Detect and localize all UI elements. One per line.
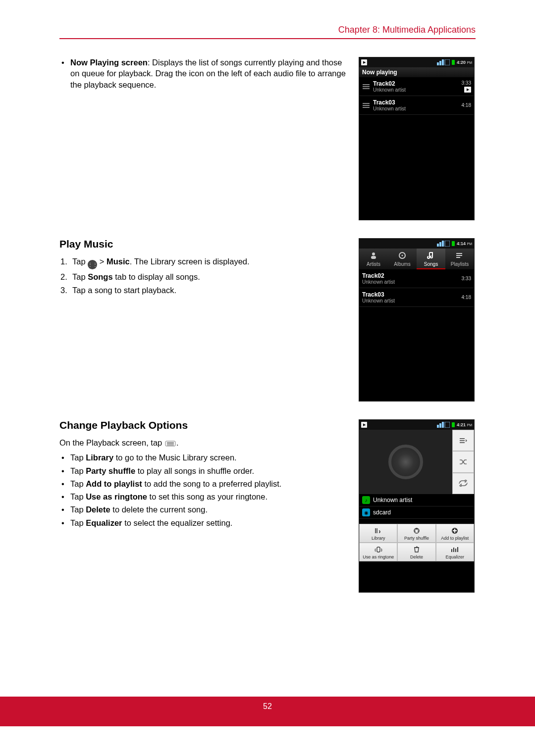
menu-equalizer[interactable]: Equalizer <box>436 543 474 561</box>
option-bullet: Tap Equalizer to select the equalizer se… <box>70 517 346 528</box>
svg-rect-0 <box>437 62 439 65</box>
svg-rect-21 <box>442 422 444 428</box>
tab-artists[interactable]: Artists <box>359 249 388 269</box>
album-art <box>359 430 452 494</box>
library-icon <box>373 526 384 535</box>
add-icon <box>449 526 460 535</box>
svg-rect-14 <box>456 257 460 258</box>
page-footer: 52 <box>0 697 535 726</box>
heading-play-music: Play Music <box>59 238 346 250</box>
status-bar: ▶ 4:20 PM <box>359 57 474 67</box>
svg-rect-30 <box>377 547 380 552</box>
screenshot-now-playing: ▶ 4:20 PM Now playing Track02 Unknown ar… <box>359 57 475 220</box>
tab-songs[interactable]: Songs <box>417 249 445 269</box>
svg-rect-5 <box>439 242 441 247</box>
clock-time: 4:21 PM <box>457 422 472 427</box>
artist-icon: ♪ <box>362 496 370 504</box>
option-bullet: Tap Delete to delete the current song. <box>70 504 346 515</box>
svg-rect-17 <box>167 444 174 445</box>
option-bullet: Tap Add to playlist to add the song to a… <box>70 478 346 489</box>
svg-rect-18 <box>167 445 174 446</box>
track-artist: Unknown artist <box>362 298 459 303</box>
menu-ringtone[interactable]: Use as ringtone <box>359 543 397 561</box>
tab-albums[interactable]: Albums <box>388 249 417 269</box>
artist-icon <box>368 251 379 260</box>
drag-handle-icon[interactable] <box>362 84 370 89</box>
svg-rect-29 <box>453 530 457 531</box>
menu-delete[interactable]: Delete <box>397 543 435 561</box>
menu-party-shuffle[interactable]: Party shuffle <box>397 524 435 543</box>
queue-button[interactable] <box>452 430 474 451</box>
artist-line[interactable]: ♪ Unknown artist <box>359 494 474 506</box>
track-row[interactable]: Track03 Unknown artist 4:18 <box>359 288 474 307</box>
repeat-button[interactable] <box>452 473 474 494</box>
menu-icon <box>164 440 176 447</box>
party-shuffle-icon <box>411 526 422 535</box>
svg-rect-16 <box>167 442 174 443</box>
track-duration: 3:33 <box>462 80 471 86</box>
bullet-label: Now Playing screen <box>70 58 148 67</box>
track-row[interactable]: Track03 Unknown artist 4:18 <box>359 96 474 115</box>
battery-icon <box>452 422 455 427</box>
svg-rect-34 <box>457 547 458 552</box>
menu-library[interactable]: Library <box>359 524 397 543</box>
track-artist: Unknown artist <box>373 106 459 111</box>
svg-rect-23 <box>460 438 465 439</box>
intro-line: On the Playback screen, tap . <box>59 437 346 448</box>
track-duration: 3:33 <box>462 276 471 281</box>
track-duration: 4:18 <box>462 102 471 108</box>
status-bar: 4:14 PM <box>359 239 474 249</box>
now-playing-bullet: Now Playing screen: Displays the list of… <box>70 57 346 90</box>
svg-point-11 <box>402 255 403 256</box>
svg-rect-31 <box>451 549 452 552</box>
step: Tap a song to start playback. <box>72 285 346 296</box>
chapter-header: Chapter 8: Multimedia Applications <box>59 25 476 39</box>
signal-icon <box>437 59 450 65</box>
track-title: Track03 <box>362 291 459 298</box>
options-menu: Library Party shuffle Add to playlist Us… <box>359 524 474 561</box>
step: Tap Songs tab to display all songs. <box>72 271 346 282</box>
now-playing-titlebar: Now playing <box>359 67 474 77</box>
now-playing-icon: ▶ <box>464 87 471 93</box>
svg-rect-33 <box>455 549 456 552</box>
svg-rect-4 <box>437 244 439 247</box>
svg-rect-20 <box>439 423 441 428</box>
svg-rect-13 <box>456 255 462 256</box>
menu-add-playlist[interactable]: Add to playlist <box>436 524 474 543</box>
screenshot-library: 4:14 PM Artists Albums Songs <box>359 238 475 402</box>
page-number: 52 <box>263 702 272 710</box>
track-row[interactable]: Track02 Unknown artist 3:33 ▶ <box>359 77 474 96</box>
album-line[interactable]: ◉ sdcard <box>359 506 474 519</box>
svg-rect-2 <box>442 59 444 65</box>
disc-icon: ◉ <box>362 508 370 516</box>
status-bar: ▶ 4:21 PM <box>359 420 474 430</box>
svg-rect-6 <box>442 241 444 247</box>
track-row[interactable]: Track02 Unknown artist 3:33 <box>359 269 474 288</box>
shuffle-button[interactable] <box>452 451 474 472</box>
signal-icon <box>437 241 450 247</box>
svg-rect-25 <box>460 442 465 443</box>
track-artist: Unknown artist <box>373 87 459 93</box>
apps-icon: ⋮⋮ <box>88 260 97 269</box>
svg-rect-32 <box>453 548 454 552</box>
heading-change-playback: Change Playback Options <box>59 419 346 431</box>
step: Tap ⋮⋮ > Music. The Library screen is di… <box>72 256 346 269</box>
track-artist: Unknown artist <box>362 279 459 285</box>
drag-handle-icon[interactable] <box>362 103 370 108</box>
play-indicator-icon: ▶ <box>361 422 367 428</box>
option-bullet: Tap Library to go to the Music Library s… <box>70 452 346 463</box>
svg-rect-19 <box>437 425 439 428</box>
battery-icon <box>452 241 455 246</box>
track-title: Track03 <box>373 99 459 106</box>
track-duration: 4:18 <box>462 295 471 300</box>
playlist-icon <box>454 251 465 260</box>
album-icon <box>397 251 408 260</box>
ringtone-icon <box>373 545 384 554</box>
clock-time: 4:14 PM <box>457 241 472 246</box>
svg-rect-3 <box>445 59 450 65</box>
tab-playlists[interactable]: Playlists <box>445 249 474 269</box>
clock-time: 4:20 PM <box>457 60 472 65</box>
svg-rect-7 <box>445 241 450 247</box>
battery-icon <box>452 60 455 65</box>
songs-icon <box>426 251 436 260</box>
